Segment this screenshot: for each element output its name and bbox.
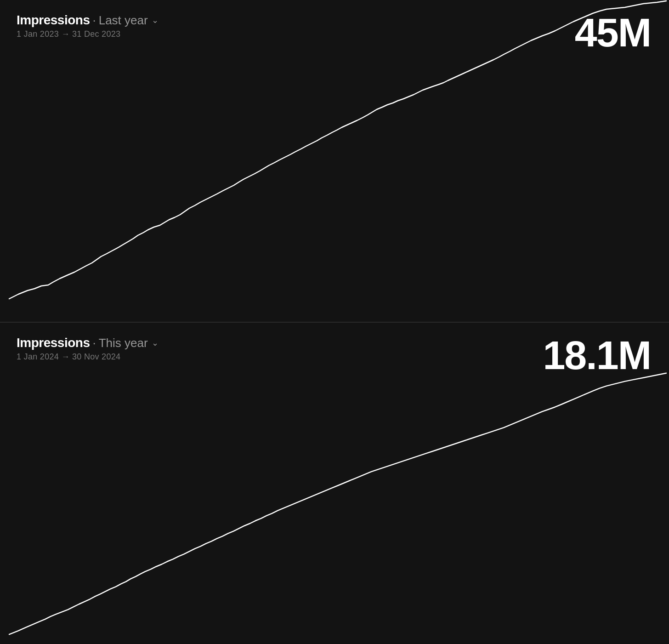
panel1-date-range: 1 Jan 2023 → 31 Dec 2023 [17, 29, 159, 39]
panel2-date-range: 1 Jan 2024 → 30 Nov 2024 [17, 352, 159, 362]
panel1-separator: · [92, 13, 96, 28]
panel2-title: Impressions [17, 336, 90, 350]
panel-last-year: Impressions · Last year ⌄ 1 Jan 2023 → 3… [0, 0, 669, 322]
panel1-header: Impressions · Last year ⌄ 1 Jan 2023 → 3… [17, 13, 159, 39]
panel1-period: Last year [99, 13, 148, 28]
panel1-title: Impressions [17, 13, 90, 28]
panel2-value: 18.1M [543, 332, 651, 379]
panel1-chart [0, 0, 669, 322]
panel2-separator: · [92, 336, 96, 350]
panel2-header: Impressions · This year ⌄ 1 Jan 2024 → 3… [17, 336, 159, 362]
panel2-chevron-icon[interactable]: ⌄ [152, 338, 159, 348]
panel-this-year: Impressions · This year ⌄ 1 Jan 2024 → 3… [0, 322, 669, 644]
panel2-period: This year [99, 336, 148, 350]
panel1-value: 45M [575, 9, 651, 56]
panel1-chevron-icon[interactable]: ⌄ [152, 15, 159, 25]
